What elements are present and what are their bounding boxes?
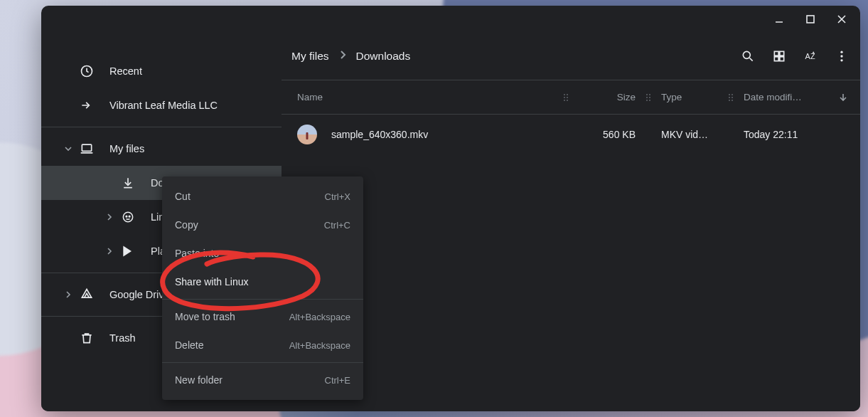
- linux-icon: [119, 210, 136, 224]
- main-panel: My files Downloads AZ: [282, 33, 860, 411]
- sort-az-button[interactable]: AZ: [795, 41, 826, 72]
- menu-item-cut[interactable]: Cut Ctrl+X: [162, 182, 363, 211]
- breadcrumb-root[interactable]: My files: [291, 50, 329, 63]
- menu-divider: [162, 362, 363, 363]
- svg-rect-1: [807, 16, 814, 23]
- svg-point-32: [732, 94, 733, 95]
- menu-label: Paste into: [175, 248, 219, 259]
- view-grid-button[interactable]: [763, 41, 795, 72]
- close-button[interactable]: [827, 9, 856, 30]
- more-menu-button[interactable]: [826, 41, 857, 72]
- svg-point-27: [646, 97, 648, 98]
- svg-point-35: [729, 100, 730, 101]
- menu-divider: [162, 299, 363, 300]
- breadcrumb: My files Downloads: [291, 50, 410, 63]
- file-table: Name Size Type Date modifi… sample_640x3…: [282, 80, 860, 411]
- svg-point-34: [732, 97, 733, 98]
- sidebar-label: Trash: [109, 332, 136, 344]
- svg-text:Z: Z: [810, 52, 815, 60]
- maximize-button[interactable]: [796, 9, 825, 30]
- chevron-right-icon[interactable]: [102, 213, 117, 221]
- download-icon: [119, 176, 136, 190]
- sidebar-label: Vibrant Leaf Media LLC: [109, 100, 218, 111]
- search-button[interactable]: [732, 41, 763, 72]
- svg-point-26: [649, 94, 650, 95]
- menu-label: Cut: [175, 191, 191, 202]
- svg-rect-13: [780, 57, 784, 61]
- divider: [41, 127, 282, 127]
- svg-point-31: [729, 94, 730, 95]
- svg-point-36: [732, 100, 733, 101]
- menu-shortcut: Ctrl+C: [324, 220, 350, 231]
- google-drive-icon: [78, 287, 95, 302]
- chevron-right-icon[interactable]: [102, 248, 117, 255]
- menu-label: Copy: [175, 219, 198, 231]
- menu-label: Move to trash: [175, 311, 235, 322]
- column-grip-icon[interactable]: [643, 93, 654, 102]
- svg-point-7: [126, 216, 127, 217]
- context-menu: Cut Ctrl+X Copy Ctrl+C Paste into Share …: [162, 176, 363, 400]
- table-header: Name Size Type Date modifi…: [282, 80, 860, 115]
- topbar: My files Downloads AZ: [282, 33, 860, 80]
- sidebar-label: Google Drive: [109, 289, 170, 300]
- file-name: sample_640x360.mkv: [331, 129, 428, 140]
- svg-point-28: [649, 97, 650, 98]
- laptop-icon: [78, 142, 95, 156]
- col-type-header[interactable]: Type: [654, 92, 725, 102]
- svg-point-19: [564, 94, 565, 95]
- sidebar-item-org[interactable]: Vibrant Leaf Media LLC: [41, 88, 282, 122]
- menu-item-new-folder[interactable]: New folder Ctrl+E: [162, 366, 363, 394]
- menu-item-share-linux[interactable]: Share with Linux: [162, 268, 363, 296]
- menu-shortcut: Ctrl+E: [325, 375, 350, 386]
- file-type: MKV vid…: [654, 129, 725, 140]
- sidebar-item-my-files[interactable]: My files: [41, 132, 282, 166]
- svg-point-20: [567, 94, 568, 95]
- menu-item-delete[interactable]: Delete Alt+Backspace: [162, 331, 363, 359]
- col-name-header[interactable]: Name: [297, 92, 560, 102]
- svg-point-23: [564, 100, 565, 101]
- trash-icon: [78, 331, 95, 345]
- chevron-right-icon[interactable]: [61, 291, 75, 298]
- sidebar-item-recent[interactable]: Recent: [41, 54, 282, 88]
- svg-rect-10: [774, 51, 778, 56]
- file-date: Today 22:11: [736, 129, 836, 140]
- video-thumbnail-icon: [297, 125, 317, 144]
- svg-point-30: [649, 100, 650, 101]
- sidebar-label: Recent: [109, 65, 142, 77]
- svg-rect-5: [82, 144, 91, 151]
- sort-desc-icon[interactable]: [836, 93, 850, 102]
- svg-point-29: [646, 100, 648, 101]
- menu-label: Delete: [175, 339, 203, 351]
- svg-point-25: [646, 94, 648, 95]
- chevron-right-icon: [338, 50, 348, 63]
- svg-rect-11: [780, 51, 784, 56]
- column-grip-icon[interactable]: [725, 93, 736, 102]
- svg-point-22: [567, 97, 568, 98]
- col-size-header[interactable]: Size: [572, 92, 643, 102]
- svg-point-21: [564, 97, 565, 98]
- svg-point-16: [840, 51, 842, 53]
- menu-item-move-trash[interactable]: Move to trash Alt+Backspace: [162, 302, 363, 331]
- col-date-header[interactable]: Date modifi…: [736, 92, 836, 102]
- file-size: 560 KB: [572, 129, 643, 140]
- sidebar-label: My files: [109, 143, 144, 154]
- svg-point-17: [840, 55, 842, 57]
- titlebar: [41, 6, 860, 33]
- svg-point-8: [129, 216, 130, 217]
- menu-shortcut: Ctrl+X: [325, 191, 350, 202]
- menu-label: New folder: [175, 374, 223, 386]
- svg-point-24: [567, 100, 568, 101]
- svg-point-9: [743, 51, 750, 58]
- breadcrumb-current[interactable]: Downloads: [356, 50, 411, 63]
- svg-point-18: [840, 59, 842, 61]
- menu-shortcut: Alt+Backspace: [289, 312, 350, 322]
- files-app-window: Recent Vibrant Leaf Media LLC My files: [41, 6, 860, 411]
- minimize-button[interactable]: [765, 9, 793, 30]
- column-grip-icon[interactable]: [560, 93, 572, 102]
- menu-item-paste-into[interactable]: Paste into: [162, 239, 363, 268]
- chevron-down-icon[interactable]: [61, 144, 75, 153]
- menu-label: Share with Linux: [175, 276, 249, 287]
- menu-item-copy[interactable]: Copy Ctrl+C: [162, 211, 363, 239]
- play-store-icon: [119, 244, 136, 258]
- table-row[interactable]: sample_640x360.mkv 560 KB MKV vid… Today…: [282, 115, 860, 154]
